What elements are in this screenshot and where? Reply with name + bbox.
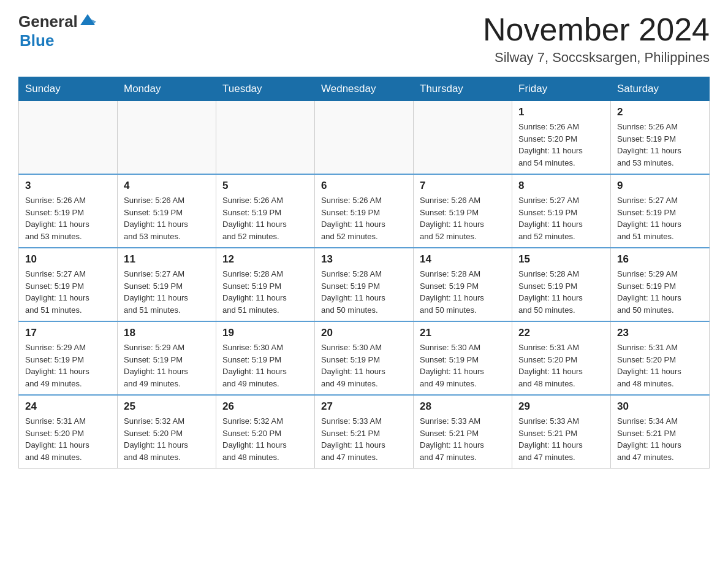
day-info: Sunrise: 5:27 AMSunset: 5:19 PMDaylight:… [518,194,604,242]
day-info: Sunrise: 5:28 AMSunset: 5:19 PMDaylight:… [518,268,604,316]
day-info: Sunrise: 5:26 AMSunset: 5:19 PMDaylight:… [617,121,703,169]
day-info: Sunrise: 5:31 AMSunset: 5:20 PMDaylight:… [617,342,703,389]
day-number: 25 [124,400,210,413]
day-info: Sunrise: 5:33 AMSunset: 5:21 PMDaylight:… [321,415,407,463]
calendar-week-row: 17Sunrise: 5:29 AMSunset: 5:19 PMDayligh… [19,321,710,395]
title-block: November 2024 Silway 7, Soccsksargen, Ph… [483,12,710,66]
day-info: Sunrise: 5:26 AMSunset: 5:19 PMDaylight:… [124,194,210,242]
day-info: Sunrise: 5:27 AMSunset: 5:19 PMDaylight:… [25,268,111,316]
day-number: 15 [518,253,604,266]
day-info: Sunrise: 5:26 AMSunset: 5:19 PMDaylight:… [222,194,308,242]
calendar-cell: 22Sunrise: 5:31 AMSunset: 5:20 PMDayligh… [512,321,611,395]
day-number: 30 [617,400,703,413]
day-number: 13 [321,253,407,266]
day-info: Sunrise: 5:28 AMSunset: 5:19 PMDaylight:… [420,268,506,316]
calendar-header-saturday: Saturday [611,77,710,101]
day-number: 22 [518,327,604,339]
day-info: Sunrise: 5:30 AMSunset: 5:19 PMDaylight:… [222,342,308,389]
calendar-cell: 9Sunrise: 5:27 AMSunset: 5:19 PMDaylight… [611,174,710,248]
calendar-cell: 2Sunrise: 5:26 AMSunset: 5:19 PMDaylight… [611,101,710,175]
calendar-cell: 19Sunrise: 5:30 AMSunset: 5:19 PMDayligh… [216,321,315,395]
calendar-cell: 24Sunrise: 5:31 AMSunset: 5:20 PMDayligh… [19,395,118,469]
day-number: 21 [420,327,506,339]
calendar-week-row: 10Sunrise: 5:27 AMSunset: 5:19 PMDayligh… [19,248,710,321]
calendar-week-row: 1Sunrise: 5:26 AMSunset: 5:20 PMDaylight… [19,101,710,175]
day-number: 12 [222,253,308,266]
day-info: Sunrise: 5:26 AMSunset: 5:19 PMDaylight:… [25,194,111,242]
calendar-cell: 13Sunrise: 5:28 AMSunset: 5:19 PMDayligh… [315,248,414,321]
day-info: Sunrise: 5:32 AMSunset: 5:20 PMDaylight:… [124,415,210,463]
calendar-cell: 23Sunrise: 5:31 AMSunset: 5:20 PMDayligh… [611,321,710,395]
day-number: 3 [25,180,111,192]
calendar-cell: 27Sunrise: 5:33 AMSunset: 5:21 PMDayligh… [315,395,414,469]
day-number: 8 [518,180,604,192]
day-number: 18 [124,327,210,339]
day-number: 6 [321,180,407,192]
day-info: Sunrise: 5:29 AMSunset: 5:19 PMDaylight:… [124,342,210,389]
calendar-header-tuesday: Tuesday [216,77,315,101]
calendar-cell: 25Sunrise: 5:32 AMSunset: 5:20 PMDayligh… [118,395,216,469]
calendar-week-row: 24Sunrise: 5:31 AMSunset: 5:20 PMDayligh… [19,395,710,469]
day-number: 20 [321,327,407,339]
calendar-cell: 17Sunrise: 5:29 AMSunset: 5:19 PMDayligh… [19,321,118,395]
day-number: 10 [25,253,111,266]
calendar-cell: 18Sunrise: 5:29 AMSunset: 5:19 PMDayligh… [118,321,216,395]
day-number: 7 [420,180,506,192]
calendar-header-monday: Monday [118,77,216,101]
calendar-cell: 6Sunrise: 5:26 AMSunset: 5:19 PMDaylight… [315,174,414,248]
calendar-table: SundayMondayTuesdayWednesdayThursdayFrid… [18,77,710,469]
calendar-cell: 16Sunrise: 5:29 AMSunset: 5:19 PMDayligh… [611,248,710,321]
calendar-cell: 8Sunrise: 5:27 AMSunset: 5:19 PMDaylight… [512,174,611,248]
day-number: 27 [321,400,407,413]
calendar-header-wednesday: Wednesday [315,77,414,101]
calendar-cell: 4Sunrise: 5:26 AMSunset: 5:19 PMDaylight… [118,174,216,248]
calendar-cell: 30Sunrise: 5:34 AMSunset: 5:21 PMDayligh… [611,395,710,469]
month-title: November 2024 [483,12,710,47]
location-subtitle: Silway 7, Soccsksargen, Philippines [483,50,710,66]
day-info: Sunrise: 5:29 AMSunset: 5:19 PMDaylight:… [617,268,703,316]
day-info: Sunrise: 5:27 AMSunset: 5:19 PMDaylight:… [124,268,210,316]
day-info: Sunrise: 5:26 AMSunset: 5:20 PMDaylight:… [518,121,604,169]
calendar-cell: 15Sunrise: 5:28 AMSunset: 5:19 PMDayligh… [512,248,611,321]
day-number: 11 [124,253,210,266]
calendar-cell: 7Sunrise: 5:26 AMSunset: 5:19 PMDaylight… [414,174,512,248]
calendar-cell [216,101,315,175]
day-number: 1 [518,106,604,118]
day-number: 28 [420,400,506,413]
day-info: Sunrise: 5:27 AMSunset: 5:19 PMDaylight:… [617,194,703,242]
calendar-cell: 14Sunrise: 5:28 AMSunset: 5:19 PMDayligh… [414,248,512,321]
day-info: Sunrise: 5:33 AMSunset: 5:21 PMDaylight:… [420,415,506,463]
calendar-cell: 1Sunrise: 5:26 AMSunset: 5:20 PMDaylight… [512,101,611,175]
day-info: Sunrise: 5:30 AMSunset: 5:19 PMDaylight:… [420,342,506,389]
day-number: 9 [617,180,703,192]
calendar-cell: 5Sunrise: 5:26 AMSunset: 5:19 PMDaylight… [216,174,315,248]
calendar-header-row: SundayMondayTuesdayWednesdayThursdayFrid… [19,77,710,101]
logo: General Blue [18,12,96,50]
calendar-cell [315,101,414,175]
logo-general-text: General [18,12,78,31]
day-number: 19 [222,327,308,339]
calendar-header-sunday: Sunday [19,77,118,101]
calendar-cell [414,101,512,175]
day-info: Sunrise: 5:34 AMSunset: 5:21 PMDaylight:… [617,415,703,463]
calendar-cell [118,101,216,175]
calendar-cell: 26Sunrise: 5:32 AMSunset: 5:20 PMDayligh… [216,395,315,469]
calendar-cell: 29Sunrise: 5:33 AMSunset: 5:21 PMDayligh… [512,395,611,469]
day-info: Sunrise: 5:28 AMSunset: 5:19 PMDaylight:… [222,268,308,316]
day-info: Sunrise: 5:32 AMSunset: 5:20 PMDaylight:… [222,415,308,463]
day-number: 5 [222,180,308,192]
page-header: General Blue November 2024 Silway 7, Soc… [18,12,710,66]
day-number: 16 [617,253,703,266]
day-info: Sunrise: 5:30 AMSunset: 5:19 PMDaylight:… [321,342,407,389]
calendar-cell: 11Sunrise: 5:27 AMSunset: 5:19 PMDayligh… [118,248,216,321]
day-number: 23 [617,327,703,339]
calendar-cell: 21Sunrise: 5:30 AMSunset: 5:19 PMDayligh… [414,321,512,395]
day-number: 17 [25,327,111,339]
calendar-cell: 12Sunrise: 5:28 AMSunset: 5:19 PMDayligh… [216,248,315,321]
day-info: Sunrise: 5:29 AMSunset: 5:19 PMDaylight:… [25,342,111,389]
calendar-header-friday: Friday [512,77,611,101]
day-number: 24 [25,400,111,413]
calendar-cell: 10Sunrise: 5:27 AMSunset: 5:19 PMDayligh… [19,248,118,321]
calendar-cell: 3Sunrise: 5:26 AMSunset: 5:19 PMDaylight… [19,174,118,248]
day-number: 14 [420,253,506,266]
